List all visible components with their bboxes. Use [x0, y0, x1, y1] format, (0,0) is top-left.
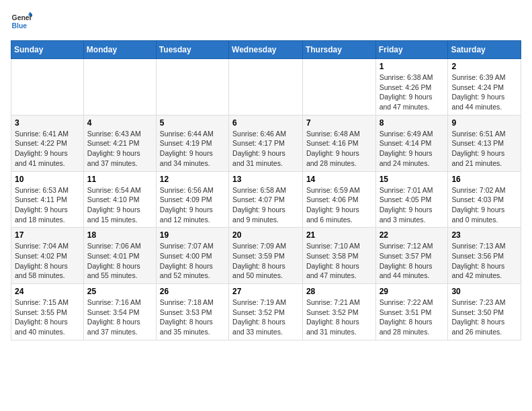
day-number: 19 [160, 230, 225, 240]
day-info: Sunrise: 6:48 AM Sunset: 4:16 PM Dayligh… [306, 129, 372, 169]
day-info: Sunrise: 7:09 AM Sunset: 3:59 PM Dayligh… [232, 241, 299, 281]
day-cell: 30Sunrise: 7:23 AM Sunset: 3:50 PM Dayli… [448, 284, 521, 340]
day-info: Sunrise: 7:16 AM Sunset: 3:54 PM Dayligh… [87, 298, 152, 337]
day-cell: 25Sunrise: 7:16 AM Sunset: 3:54 PM Dayli… [83, 284, 156, 340]
day-cell: 13Sunrise: 6:58 AM Sunset: 4:07 PM Dayli… [229, 171, 303, 228]
day-info: Sunrise: 6:51 AM Sunset: 4:13 PM Dayligh… [451, 129, 517, 169]
day-cell: 14Sunrise: 6:59 AM Sunset: 4:06 PM Dayli… [302, 171, 375, 228]
day-number: 4 [87, 118, 152, 128]
day-cell: 29Sunrise: 7:22 AM Sunset: 3:51 PM Dayli… [375, 284, 448, 340]
day-cell: 21Sunrise: 7:10 AM Sunset: 3:58 PM Dayli… [302, 228, 375, 284]
day-number: 27 [232, 287, 299, 296]
day-cell: 20Sunrise: 7:09 AM Sunset: 3:59 PM Dayli… [229, 228, 303, 284]
column-header-saturday: Saturday [448, 41, 521, 59]
day-number: 5 [160, 118, 225, 128]
calendar-table: SundayMondayTuesdayWednesdayThursdayFrid… [11, 40, 521, 340]
column-header-wednesday: Wednesday [229, 41, 303, 59]
day-info: Sunrise: 7:13 AM Sunset: 3:56 PM Dayligh… [451, 241, 517, 281]
header-row: SundayMondayTuesdayWednesdayThursdayFrid… [11, 41, 521, 59]
logo-icon: General Blue [11, 11, 32, 32]
day-cell: 11Sunrise: 6:54 AM Sunset: 4:10 PM Dayli… [83, 171, 156, 228]
day-info: Sunrise: 6:41 AM Sunset: 4:22 PM Dayligh… [15, 129, 80, 169]
day-number: 15 [380, 175, 445, 184]
day-info: Sunrise: 7:18 AM Sunset: 3:53 PM Dayligh… [160, 298, 225, 337]
week-row-5: 24Sunrise: 7:15 AM Sunset: 3:55 PM Dayli… [11, 284, 521, 340]
day-number: 10 [15, 175, 80, 184]
day-info: Sunrise: 7:22 AM Sunset: 3:51 PM Dayligh… [380, 298, 445, 337]
day-info: Sunrise: 6:46 AM Sunset: 4:17 PM Dayligh… [232, 129, 299, 169]
day-number: 28 [306, 287, 372, 296]
day-cell: 24Sunrise: 7:15 AM Sunset: 3:55 PM Dayli… [11, 284, 84, 340]
day-info: Sunrise: 7:15 AM Sunset: 3:55 PM Dayligh… [15, 298, 80, 337]
day-info: Sunrise: 6:56 AM Sunset: 4:09 PM Dayligh… [160, 185, 225, 225]
day-cell: 5Sunrise: 6:44 AM Sunset: 4:19 PM Daylig… [156, 115, 228, 171]
header: General Blue [11, 11, 521, 32]
day-info: Sunrise: 7:12 AM Sunset: 3:57 PM Dayligh… [380, 241, 445, 281]
day-cell: 26Sunrise: 7:18 AM Sunset: 3:53 PM Dayli… [156, 284, 228, 340]
day-info: Sunrise: 7:06 AM Sunset: 4:01 PM Dayligh… [87, 241, 152, 281]
day-number: 1 [380, 62, 445, 71]
column-header-tuesday: Tuesday [156, 41, 228, 59]
week-row-2: 3Sunrise: 6:41 AM Sunset: 4:22 PM Daylig… [11, 115, 521, 171]
day-info: Sunrise: 7:04 AM Sunset: 4:02 PM Dayligh… [15, 241, 80, 281]
day-cell: 15Sunrise: 7:01 AM Sunset: 4:05 PM Dayli… [375, 171, 448, 228]
day-cell: 18Sunrise: 7:06 AM Sunset: 4:01 PM Dayli… [83, 228, 156, 284]
day-info: Sunrise: 6:39 AM Sunset: 4:24 PM Dayligh… [451, 73, 517, 112]
day-number: 17 [15, 230, 80, 240]
day-cell: 27Sunrise: 7:19 AM Sunset: 3:52 PM Dayli… [229, 284, 303, 340]
day-number: 22 [380, 230, 445, 240]
day-cell [156, 59, 228, 116]
day-number: 8 [380, 118, 445, 128]
day-number: 21 [306, 230, 372, 240]
logo: General Blue [11, 11, 32, 32]
day-cell: 1Sunrise: 6:38 AM Sunset: 4:26 PM Daylig… [375, 59, 448, 116]
day-cell: 22Sunrise: 7:12 AM Sunset: 3:57 PM Dayli… [375, 228, 448, 284]
day-info: Sunrise: 7:19 AM Sunset: 3:52 PM Dayligh… [232, 298, 299, 337]
day-cell [229, 59, 303, 116]
day-cell: 23Sunrise: 7:13 AM Sunset: 3:56 PM Dayli… [448, 228, 521, 284]
day-number: 18 [87, 230, 152, 240]
week-row-3: 10Sunrise: 6:53 AM Sunset: 4:11 PM Dayli… [11, 171, 521, 228]
week-row-4: 17Sunrise: 7:04 AM Sunset: 4:02 PM Dayli… [11, 228, 521, 284]
day-cell: 17Sunrise: 7:04 AM Sunset: 4:02 PM Dayli… [11, 228, 84, 284]
day-cell [11, 59, 84, 116]
column-header-monday: Monday [83, 41, 156, 59]
day-cell: 8Sunrise: 6:49 AM Sunset: 4:14 PM Daylig… [375, 115, 448, 171]
day-number: 3 [15, 118, 80, 128]
day-number: 2 [451, 62, 517, 71]
day-number: 16 [451, 175, 517, 184]
day-info: Sunrise: 7:10 AM Sunset: 3:58 PM Dayligh… [306, 241, 372, 281]
day-cell: 2Sunrise: 6:39 AM Sunset: 4:24 PM Daylig… [448, 59, 521, 116]
svg-text:Blue: Blue [12, 22, 28, 30]
day-info: Sunrise: 6:59 AM Sunset: 4:06 PM Dayligh… [306, 185, 372, 225]
day-info: Sunrise: 7:02 AM Sunset: 4:03 PM Dayligh… [451, 185, 517, 225]
day-info: Sunrise: 6:44 AM Sunset: 4:19 PM Dayligh… [160, 129, 225, 169]
week-row-1: 1Sunrise: 6:38 AM Sunset: 4:26 PM Daylig… [11, 59, 521, 116]
day-number: 23 [451, 230, 517, 240]
day-cell: 12Sunrise: 6:56 AM Sunset: 4:09 PM Dayli… [156, 171, 228, 228]
column-header-friday: Friday [375, 41, 448, 59]
day-info: Sunrise: 6:43 AM Sunset: 4:21 PM Dayligh… [87, 129, 152, 169]
day-info: Sunrise: 6:58 AM Sunset: 4:07 PM Dayligh… [232, 185, 299, 225]
day-info: Sunrise: 7:01 AM Sunset: 4:05 PM Dayligh… [380, 185, 445, 225]
day-cell: 10Sunrise: 6:53 AM Sunset: 4:11 PM Dayli… [11, 171, 84, 228]
day-number: 26 [160, 287, 225, 296]
day-info: Sunrise: 7:07 AM Sunset: 4:00 PM Dayligh… [160, 241, 225, 281]
day-number: 25 [87, 287, 152, 296]
day-cell: 6Sunrise: 6:46 AM Sunset: 4:17 PM Daylig… [229, 115, 303, 171]
day-cell: 4Sunrise: 6:43 AM Sunset: 4:21 PM Daylig… [83, 115, 156, 171]
day-number: 7 [306, 118, 372, 128]
svg-text:General: General [12, 14, 32, 21]
column-header-sunday: Sunday [11, 41, 84, 59]
day-info: Sunrise: 7:21 AM Sunset: 3:52 PM Dayligh… [306, 298, 372, 337]
day-number: 30 [451, 287, 517, 296]
day-cell: 19Sunrise: 7:07 AM Sunset: 4:00 PM Dayli… [156, 228, 228, 284]
day-cell: 3Sunrise: 6:41 AM Sunset: 4:22 PM Daylig… [11, 115, 84, 171]
day-cell: 9Sunrise: 6:51 AM Sunset: 4:13 PM Daylig… [448, 115, 521, 171]
day-number: 14 [306, 175, 372, 184]
day-info: Sunrise: 6:53 AM Sunset: 4:11 PM Dayligh… [15, 185, 80, 225]
day-cell [83, 59, 156, 116]
day-info: Sunrise: 6:38 AM Sunset: 4:26 PM Dayligh… [380, 73, 445, 112]
day-number: 6 [232, 118, 299, 128]
day-number: 11 [87, 175, 152, 184]
